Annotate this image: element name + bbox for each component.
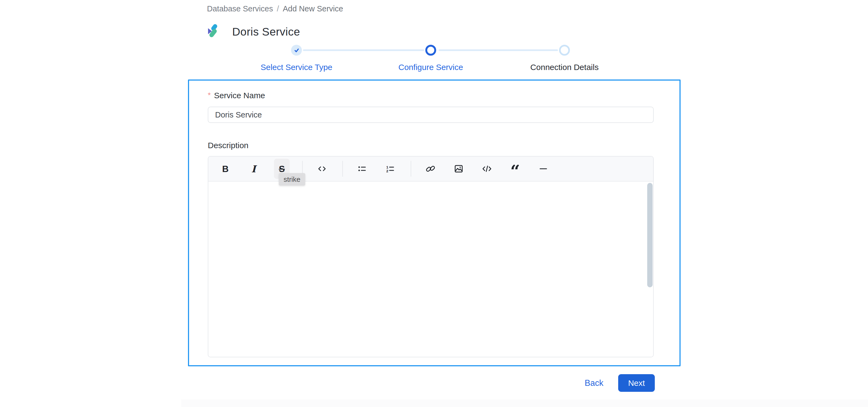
step-label-connection-details: Connection Details — [505, 63, 624, 72]
link-icon — [425, 163, 436, 174]
stepper-connector-1 — [303, 50, 424, 51]
add-new-service-page: Database Services / Add New Service Dori… — [0, 0, 868, 407]
horizontal-rule-icon — [538, 163, 549, 174]
next-button[interactable]: Next — [618, 374, 655, 392]
service-name-input[interactable] — [208, 106, 654, 123]
stepper-connector-2 — [439, 50, 558, 51]
check-icon — [293, 47, 300, 54]
code-block-button[interactable] — [479, 159, 495, 179]
toolbar-divider — [411, 161, 411, 177]
ordered-list-icon: 1 2 — [385, 163, 396, 174]
image-icon — [453, 163, 464, 174]
ordered-list-button[interactable]: 1 2 — [382, 159, 398, 179]
italic-button[interactable]: I — [246, 159, 261, 179]
description-label: Description — [208, 141, 248, 150]
description-editor: B I S — [208, 156, 654, 357]
link-button[interactable] — [423, 159, 438, 179]
footer-strip — [181, 399, 868, 407]
step-label-select-service-type[interactable]: Select Service Type — [237, 63, 356, 72]
stepper: Select Service Type Configure Service Co… — [0, 0, 868, 76]
inline-code-button[interactable] — [314, 159, 330, 179]
editor-scrollbar-thumb[interactable] — [647, 183, 653, 287]
blockquote-button[interactable]: “ — [507, 159, 523, 179]
svg-text:2: 2 — [386, 169, 389, 173]
back-button[interactable]: Back — [581, 377, 608, 389]
blockquote-icon: “ — [510, 163, 520, 174]
image-button[interactable] — [451, 159, 467, 179]
bullet-list-button[interactable] — [354, 159, 370, 179]
step-label-configure-service[interactable]: Configure Service — [371, 63, 490, 72]
toolbar-divider — [342, 161, 343, 177]
step-3-circle-pending[interactable] — [559, 45, 570, 56]
service-name-label: *Service Name — [208, 91, 265, 100]
service-name-label-text: Service Name — [214, 91, 265, 100]
step-2-circle-active[interactable] — [425, 45, 436, 56]
step-1-circle-completed[interactable] — [291, 45, 302, 56]
strike-tooltip: strike — [279, 173, 305, 186]
required-asterisk: * — [208, 91, 211, 99]
horizontal-rule-button[interactable] — [535, 159, 551, 179]
code-icon — [316, 163, 328, 174]
configure-service-card: *Service Name Description B I S — [188, 80, 681, 366]
code-block-icon — [482, 163, 492, 174]
bullet-list-icon — [357, 163, 368, 174]
svg-text:1: 1 — [386, 165, 389, 169]
italic-icon: I — [251, 164, 256, 174]
strikethrough-icon: S — [279, 164, 285, 174]
editor-content-area[interactable] — [208, 182, 653, 357]
bold-button[interactable]: B — [218, 159, 233, 179]
bold-icon: B — [222, 164, 229, 174]
editor-toolbar: B I S — [208, 157, 653, 182]
